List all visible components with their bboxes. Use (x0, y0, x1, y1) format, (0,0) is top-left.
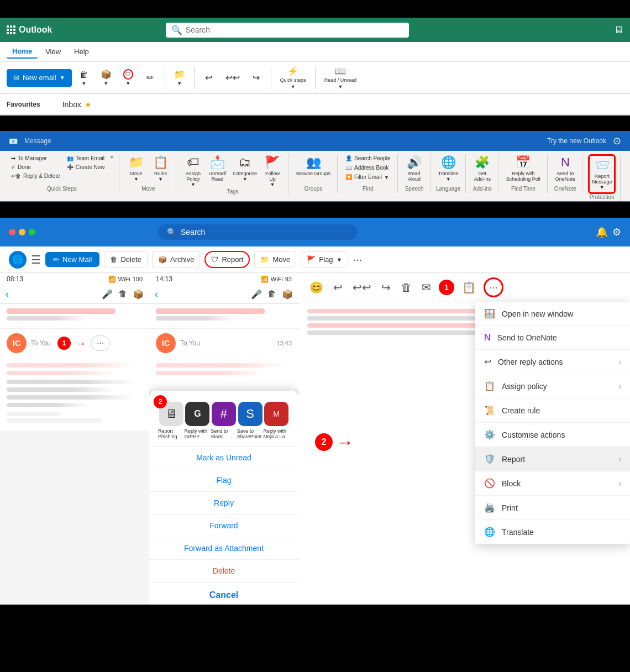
phone2-back-icon[interactable]: ‹ (155, 288, 158, 300)
delete-btn[interactable]: Delete (149, 560, 298, 582)
reply-delete-btn[interactable]: ↩🗑 Reply & Delete (9, 172, 62, 180)
mail-toolbar: 🌐 ☰ ✏ New Mail 🗑 Delete 📦 Archive 🛡 Repo… (0, 246, 630, 273)
unread-read-btn[interactable]: 📩 Unread/ Read (206, 154, 228, 183)
report-message-btn[interactable]: 📨 Report Message ▼ (588, 154, 616, 194)
speaker-icon: 🔊 (407, 155, 422, 170)
maximize-button[interactable] (29, 229, 35, 235)
archive-button[interactable]: 📦 ▼ (96, 65, 116, 91)
delete-mail-button[interactable]: 🗑 Delete (104, 251, 148, 267)
ctx-customise-actions[interactable]: ⚙️ Customise actions (475, 423, 630, 447)
send-slack-btn[interactable]: # Send to Slack (211, 402, 237, 439)
report-button[interactable]: 🛡 ▼ (118, 65, 138, 91)
read-aloud-btn[interactable]: 🔊 Read Aloud (403, 154, 426, 183)
read-unread-button[interactable]: 📖 Read / Unread ▼ (320, 65, 361, 91)
ctx-create-rule[interactable]: 📜 Create rule (475, 398, 630, 423)
ctx-translate[interactable]: 🌐 Translate (475, 520, 630, 544)
search-input[interactable] (186, 25, 403, 34)
ctx-report[interactable]: 🛡️ Report › (475, 447, 630, 471)
star-icon: ★ (85, 100, 92, 109)
shield-circled-icon: 🛡 (123, 69, 133, 80)
save-sharepoint-btn[interactable]: S Save to SharePoint (237, 402, 264, 439)
search-people-btn[interactable]: 👤 Search People (343, 154, 393, 162)
assign-policy-btn[interactable]: 🏷 Assign Policy ▼ (182, 154, 204, 188)
reply-giphy-btn[interactable]: G Reply with GIPHY (185, 402, 211, 439)
reply-delete-icon: ↩🗑 (11, 173, 21, 179)
reply-mojila-btn[interactable]: M Reply with MojiLa.La (263, 402, 290, 439)
section-divider-2 (0, 202, 630, 218)
to-manager-btn[interactable]: ➡ To Manager (9, 154, 62, 162)
emoji-toolbar-btn[interactable]: 😊 (307, 279, 326, 296)
menu-item-help[interactable]: Help (69, 45, 95, 58)
forward-toolbar-btn[interactable]: ↪ (379, 279, 393, 296)
address-book-btn[interactable]: 📖 Address Book (343, 164, 391, 172)
move-mail-button[interactable]: 📁 Move (254, 251, 296, 267)
quick-steps-button[interactable]: ⚡ Quick steps ▼ (276, 65, 311, 91)
ctx-other-reply-actions[interactable]: ↩ Other reply actions › (475, 350, 630, 374)
hamburger-icon[interactable]: ☰ (31, 253, 41, 266)
apps-icon (7, 25, 15, 34)
forward-button[interactable]: ↪ (246, 65, 266, 91)
new-email-button[interactable]: ✉ New email ▼ (7, 69, 72, 87)
done-btn[interactable]: ✓ Done (9, 163, 62, 171)
forward-attachment-btn[interactable]: Forward as Attachment (149, 537, 298, 560)
ctx-print[interactable]: 🖨️ Print (475, 496, 630, 520)
flag-btn[interactable]: Flag (149, 469, 298, 492)
create-new-btn[interactable]: ➕ Create New (65, 163, 107, 171)
archive-phone-icon: 📦 (133, 289, 144, 300)
get-addins-btn[interactable]: 🧩 Get Add-ins (471, 154, 494, 183)
ctx-open-new-window[interactable]: 🪟 Open in new window (475, 302, 630, 326)
print-icon: 🖨️ (484, 502, 495, 513)
dots-more-button[interactable]: ··· (484, 277, 503, 297)
categorize-btn[interactable]: 🗂 Categorize ▼ (230, 154, 259, 183)
policy-icon: 🏷 (187, 155, 199, 170)
ctx-send-onenote[interactable]: N Send to OneNote (475, 326, 630, 350)
phone2-time: 14:13 (156, 275, 172, 283)
scheduling-poll-btn[interactable]: 📅 Reply with Scheduling Poll (504, 154, 543, 183)
globe-button[interactable]: 🌐 (9, 251, 27, 269)
mail-toolbar-btn[interactable]: ✉ (419, 279, 433, 296)
reply-toolbar-btn[interactable]: ↩ (331, 279, 345, 296)
reply-btn[interactable]: Reply (149, 492, 298, 514)
undo-button[interactable]: ↩ (199, 65, 219, 91)
phone2-email-meta (149, 304, 298, 329)
ctx-block[interactable]: 🚫 Block › (475, 471, 630, 496)
move-button[interactable]: 📁 ▼ (170, 65, 190, 91)
new-mail-button[interactable]: ✏ New Mail (45, 252, 99, 267)
phone2-avatar: IC (156, 333, 176, 353)
menu-item-view[interactable]: View (40, 45, 66, 58)
flag-mail-button[interactable]: 🚩 Flag ▼ (301, 251, 348, 267)
archive-mail-button[interactable]: 📦 Archive (152, 251, 200, 267)
send-onenote-btn[interactable]: N Send to OneNote (553, 154, 578, 183)
translate-btn[interactable]: 🌐 Translate ▼ (436, 154, 461, 183)
draw-button[interactable]: ✏ (140, 65, 160, 91)
move-btn[interactable]: 📁 Move ▼ (125, 154, 147, 183)
rules-btn[interactable]: 📋 Rules ▼ (149, 154, 171, 183)
ctx-assign-policy[interactable]: 📋 Assign policy › (475, 374, 630, 398)
delete-button[interactable]: 🗑 ▼ (74, 65, 94, 91)
more-actions-button[interactable]: ··· (353, 253, 362, 266)
browse-groups-btn[interactable]: 👥 Browse Groups (294, 154, 333, 177)
onenote-label: OneNote (553, 186, 578, 193)
team-email-btn[interactable]: 👥 Team Email (65, 154, 107, 162)
phone1-time: 08:13 (7, 275, 23, 283)
mark-unread-btn[interactable]: Mark as Unread (149, 447, 298, 469)
report-mail-button[interactable]: 🛡 Report (204, 251, 250, 268)
chevron-policy-icon: › (618, 382, 621, 391)
cancel-btn[interactable]: Cancel (149, 582, 298, 605)
reply-all-toolbar-btn[interactable]: ↩↩ (350, 279, 374, 296)
more-dots-button[interactable]: ··· (91, 335, 110, 351)
protection-label: Protection (588, 194, 616, 201)
mac-search-bar[interactable]: 🔍 Search (158, 224, 357, 240)
minimize-button[interactable] (19, 229, 25, 235)
avatar: IC (7, 333, 27, 353)
follow-up-btn[interactable]: 🚩 Follow Up ▼ (261, 154, 284, 188)
back-icon[interactable]: ‹ (6, 288, 9, 300)
trash-toolbar-btn[interactable]: 🗑 (398, 279, 414, 296)
menu-item-home[interactable]: Home (7, 45, 38, 59)
search-bar[interactable]: 🔍 (166, 23, 409, 38)
forward-btn[interactable]: Forward (149, 514, 298, 537)
phone2-mic-icon: 🎤 (251, 289, 262, 300)
redo-button-left[interactable]: ↩↩ (221, 65, 244, 91)
close-button[interactable] (9, 229, 15, 235)
filter-email-btn[interactable]: 🔽 Filter Email ▼ (343, 173, 391, 181)
